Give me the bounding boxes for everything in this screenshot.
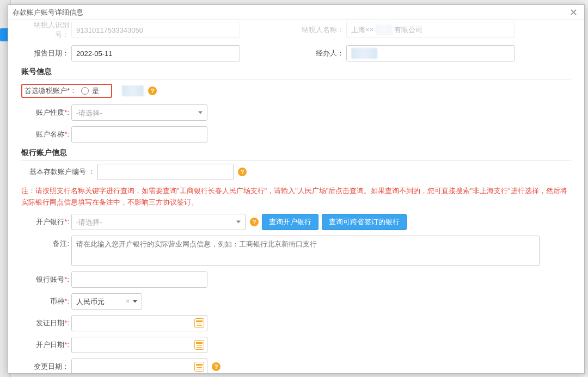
help-icon[interactable]: ? [250, 218, 259, 226]
pref-tax-yes-radio[interactable]: 是 [81, 86, 99, 96]
calendar-icon[interactable] [194, 318, 204, 328]
bank-acct-input[interactable] [71, 271, 207, 288]
pref-tax-highlight: 首选缴税账户*： 是 [21, 84, 112, 98]
pref-tax-no-blurred [122, 85, 144, 96]
issue-date-input[interactable] [71, 315, 207, 331]
report-date-label: 报告日期： [21, 48, 71, 58]
account-type-label: 账户性质*: [21, 108, 71, 118]
chevron-down-icon [198, 112, 203, 114]
section-bank-title: 银行账户信息 [21, 148, 571, 160]
taxpayer-id-input[interactable] [71, 22, 240, 38]
calendar-icon[interactable] [194, 340, 204, 350]
help-icon[interactable]: ? [238, 168, 247, 176]
basic-acct-input[interactable] [97, 164, 234, 180]
open-date-label: 开户日期*: [21, 340, 71, 350]
open-bank-select[interactable]: -请选择- [71, 214, 246, 230]
open-bank-label: 开户银行*: [21, 217, 71, 227]
chevron-down-icon [133, 300, 137, 302]
chevron-down-icon [236, 220, 241, 223]
remark-label: 备注: [21, 236, 71, 249]
handler-input[interactable] [346, 45, 515, 61]
remark-textarea[interactable] [71, 236, 540, 266]
account-name-label: 账户名称*: [21, 129, 71, 139]
clear-icon[interactable]: × [126, 298, 130, 305]
pref-tax-label: 首选缴税账户*： [24, 86, 77, 96]
issue-date-label: 发证日期*: [21, 318, 71, 328]
change-date-label: 变更日期： [21, 362, 71, 372]
change-date-input[interactable] [71, 359, 207, 373]
report-date-input[interactable] [71, 45, 240, 61]
currency-select[interactable]: 人民币元 × [71, 293, 142, 310]
taxpayer-name-label: 纳税人名称： [296, 25, 346, 35]
modal-title: 存款账户账号详细信息 [13, 8, 567, 17]
help-icon[interactable]: ? [148, 86, 157, 95]
taxpayer-id-label: 纳税人识别号： [21, 20, 71, 40]
section-account-title: 账号信息 [21, 67, 571, 79]
query-cross-bank-button[interactable]: 查询可跨省签订的银行 [322, 214, 407, 230]
deposit-account-modal: 存款账户账号详细信息 ✕ 纳税人识别号： 纳税人名称： 上海×× 有限公司 报告… [8, 4, 585, 374]
basic-acct-label: 基本存款账户编号 ： [21, 167, 97, 177]
help-icon[interactable]: ? [212, 362, 220, 371]
currency-label: 币种*: [21, 296, 71, 306]
modal-header: 存款账户账号详细信息 ✕ [8, 5, 584, 20]
bank-acct-label: 银行账号*: [21, 275, 71, 285]
calendar-icon[interactable] [194, 362, 204, 372]
account-name-input[interactable] [71, 126, 207, 143]
close-icon[interactable]: ✕ [567, 6, 580, 19]
modal-body: 纳税人识别号： 纳税人名称： 上海×× 有限公司 报告日期： 经办人： [8, 20, 584, 373]
bank-note: 注：请按照支行名称关键字进行查询，如需要查询"工商银行长春人民广场支行"，请输入… [21, 186, 571, 208]
account-type-select[interactable]: -请选择- [71, 104, 207, 121]
taxpayer-name-input[interactable]: 上海×× 有限公司 [346, 22, 515, 38]
handler-label: 经办人： [296, 48, 346, 58]
open-date-input[interactable] [71, 337, 207, 353]
query-open-bank-button[interactable]: 查询开户银行 [262, 214, 318, 230]
